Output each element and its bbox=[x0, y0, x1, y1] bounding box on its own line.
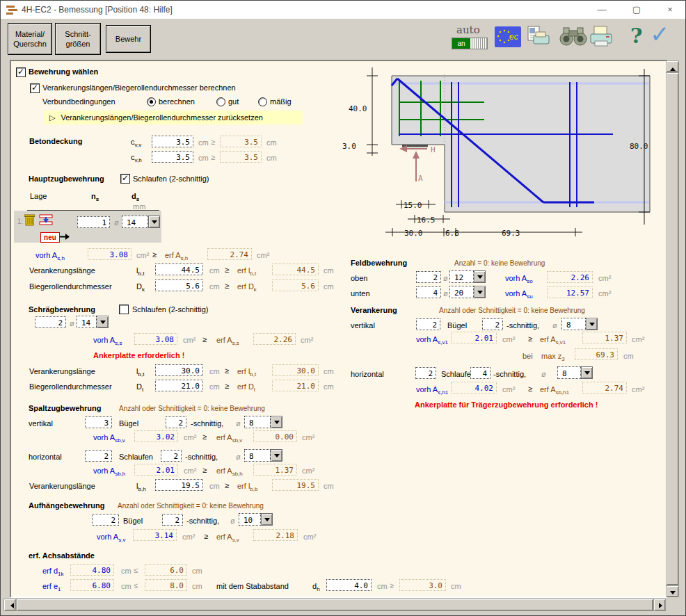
bond-radio-maessig[interactable] bbox=[258, 97, 267, 106]
oben-count-input[interactable]: 2 bbox=[416, 271, 441, 283]
anch-v-diameter-select[interactable]: 8 bbox=[561, 318, 598, 330]
splitting-v-legs-input[interactable]: 2 bbox=[166, 416, 186, 428]
dt-input[interactable]: 21.0 bbox=[155, 380, 203, 391]
ge-sign: ≥ bbox=[390, 581, 394, 590]
unten-diameter-select[interactable]: 20 bbox=[449, 286, 486, 298]
oben-diameter-select[interactable]: 12 bbox=[449, 270, 486, 283]
diagonal-loops-label: Schlaufen (2-schnittig) bbox=[132, 305, 208, 314]
choose-reinforcement-checkbox[interactable]: ✓ bbox=[16, 67, 26, 77]
splitting-h-legs-input[interactable]: 2 bbox=[161, 450, 182, 462]
lbt-input[interactable]: 44.5 bbox=[155, 264, 203, 275]
vorh-ash1-label: vorh As,h1 bbox=[416, 385, 448, 396]
unit-cm: cm bbox=[192, 582, 202, 590]
diagonal-anchor-label: Verankerungslänge bbox=[29, 367, 95, 375]
field-reinf-note: Anzahl = 0: keine Bewehrung bbox=[454, 259, 545, 267]
suspension-legs-input[interactable]: 2 bbox=[162, 514, 183, 526]
reset-anchorage-button[interactable]: ▷ Verankerungslängen/Biegerollendurchmes… bbox=[44, 111, 303, 124]
scroll-left-icon[interactable] bbox=[3, 599, 16, 611]
unit-cm: cm bbox=[192, 567, 202, 575]
diameter-sign: ø bbox=[70, 319, 74, 327]
print-button[interactable] bbox=[589, 26, 613, 47]
tab-material-querschnitt[interactable]: Material/Querschn bbox=[8, 23, 52, 55]
suspension-diameter-select[interactable]: 10 bbox=[239, 513, 273, 526]
eurocode-button[interactable]: ec bbox=[495, 26, 521, 47]
ge-sign: ≥ bbox=[528, 334, 532, 343]
vorh-ash-value: 3.08 bbox=[88, 248, 131, 260]
splitting-v-type: Bügel bbox=[119, 419, 138, 428]
vertical-scrollbar[interactable] bbox=[666, 60, 679, 597]
splitting-h-count-input[interactable]: 2 bbox=[85, 450, 112, 462]
anch-v-legs-input[interactable]: 2 bbox=[482, 318, 503, 330]
chevron-down-icon[interactable] bbox=[261, 513, 273, 526]
ge-sign: ≥ bbox=[225, 266, 229, 274]
erf-lbt2-label: erf lb,t bbox=[237, 367, 256, 378]
horizontal-scroll-thumb[interactable] bbox=[16, 599, 653, 611]
scroll-up-icon[interactable] bbox=[666, 60, 679, 72]
bond-radio-berechnen[interactable] bbox=[147, 97, 156, 106]
chevron-down-icon[interactable] bbox=[148, 216, 160, 228]
chevron-down-icon[interactable] bbox=[474, 270, 486, 283]
diagonal-count-input[interactable]: 2 bbox=[35, 316, 66, 328]
anch-h-diameter-select[interactable]: 8 bbox=[557, 366, 593, 379]
dk-input[interactable]: 5.6 bbox=[155, 279, 203, 291]
close-icon[interactable]: × bbox=[655, 1, 685, 19]
vorh-asbv-value: 3.02 bbox=[134, 430, 178, 442]
dim-15: 15.0 bbox=[404, 201, 422, 210]
anchorage-vertical-label: vertikal bbox=[351, 321, 375, 330]
maximize-icon[interactable]: ▢ bbox=[621, 1, 652, 19]
insert-row-icon[interactable] bbox=[39, 214, 53, 225]
chevron-down-icon[interactable] bbox=[586, 318, 598, 330]
main-loops-checkbox[interactable]: ✓ bbox=[120, 174, 130, 184]
splitting-h-diameter-select[interactable]: 8 bbox=[244, 449, 282, 462]
unit-cm: cm bbox=[623, 352, 634, 360]
bond-radio-gut[interactable] bbox=[216, 97, 225, 106]
chevron-down-icon[interactable] bbox=[97, 316, 109, 328]
splitting-v-count-input[interactable]: 3 bbox=[85, 416, 112, 428]
calc-anchorage-checkbox[interactable]: ✓ bbox=[30, 83, 40, 93]
splitting-v-diameter-select[interactable]: 8 bbox=[244, 416, 282, 428]
diagonal-diameter-select[interactable]: 14 bbox=[77, 316, 109, 328]
anch-v-count-input[interactable]: 2 bbox=[416, 318, 440, 330]
lbh-input[interactable]: 19.5 bbox=[155, 479, 203, 491]
vertical-scroll-thumb[interactable] bbox=[666, 72, 679, 585]
delete-row-icon[interactable] bbox=[24, 213, 35, 226]
unit-cm: cm bbox=[209, 266, 220, 275]
suspension-count-input[interactable]: 2 bbox=[92, 514, 119, 526]
anch-h-count-input[interactable]: 2 bbox=[415, 367, 436, 379]
dh-input[interactable]: 4.0 bbox=[326, 579, 372, 591]
auto-toggle[interactable]: an bbox=[452, 38, 488, 49]
diameter-sign: ø bbox=[236, 419, 241, 428]
main-diameter-select[interactable]: 14 bbox=[122, 216, 160, 228]
chevron-down-icon[interactable] bbox=[581, 366, 593, 379]
scroll-right-icon[interactable] bbox=[653, 599, 666, 611]
vorh-asv-value: 3.14 bbox=[133, 529, 177, 541]
unit-cm2: cm² bbox=[302, 433, 314, 441]
ns-header: ns bbox=[91, 192, 99, 202]
diagonal-loops-checkbox[interactable] bbox=[119, 305, 129, 314]
bond-berechnen-label: berechnen bbox=[159, 97, 195, 106]
new-row-button[interactable]: neu bbox=[40, 232, 60, 243]
tab-schnittgroessen[interactable]: Schnitt-größen bbox=[55, 23, 101, 55]
unit-cm: cm bbox=[209, 482, 220, 490]
unten-count-input[interactable]: 4 bbox=[416, 286, 441, 298]
search-button[interactable] bbox=[557, 26, 589, 47]
anch-h-legs-input[interactable]: 4 bbox=[470, 367, 490, 379]
field-reinf-title: Feldbewehrung bbox=[351, 259, 407, 267]
minimize-icon[interactable]: — bbox=[587, 1, 617, 19]
erf-asbv-value: 0.00 bbox=[253, 430, 297, 442]
scroll-down-icon[interactable] bbox=[666, 585, 679, 597]
horizontal-scrollbar[interactable] bbox=[3, 599, 666, 611]
cvh-input[interactable]: 3.5 bbox=[152, 151, 193, 163]
tab-bewehrung[interactable]: Bewehr bbox=[106, 25, 151, 53]
erf-d1k-value: 4.80 bbox=[70, 564, 114, 576]
vorh-ash-label: vorh As,h bbox=[35, 251, 65, 261]
help-icon[interactable]: ? bbox=[630, 24, 643, 48]
chevron-down-icon[interactable] bbox=[271, 449, 282, 462]
bar-count-input[interactable]: 1 bbox=[77, 216, 110, 228]
copy-to-printer-button[interactable] bbox=[527, 26, 550, 47]
lbt2-input[interactable]: 30.0 bbox=[155, 364, 203, 376]
cvv-input[interactable]: 3.5 bbox=[152, 136, 193, 147]
chevron-down-icon[interactable] bbox=[271, 416, 282, 428]
confirm-icon[interactable]: ✓ bbox=[650, 20, 670, 48]
chevron-down-icon[interactable] bbox=[474, 286, 486, 298]
